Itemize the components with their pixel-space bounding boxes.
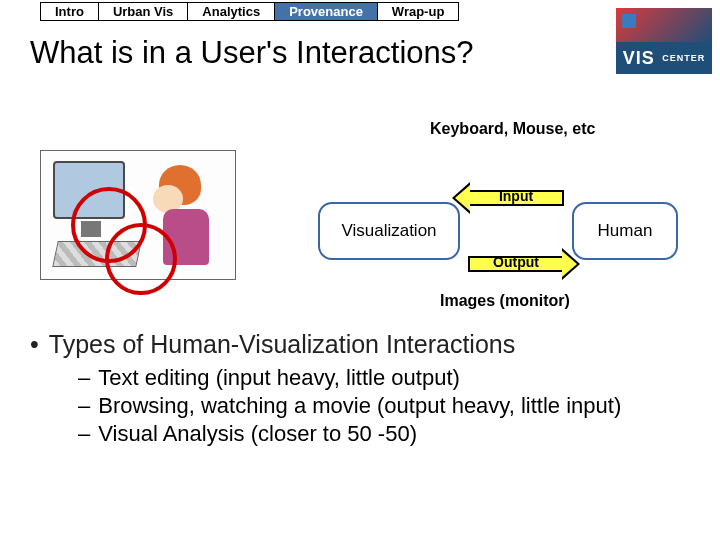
tab-provenance[interactable]: Provenance <box>274 2 378 21</box>
label-keyboard-mouse: Keyboard, Mouse, etc <box>430 120 595 138</box>
bullet-list: •Types of Human-Visualization Interactio… <box>30 330 690 449</box>
bullet-sub: –Browsing, watching a movie (output heav… <box>78 393 690 419</box>
tab-intro[interactable]: Intro <box>40 2 99 21</box>
bullet-main: •Types of Human-Visualization Interactio… <box>30 330 690 359</box>
user-illustration <box>40 150 236 280</box>
label-images-monitor: Images (monitor) <box>440 292 570 310</box>
vis-center-logo: VIS CENTER <box>616 8 712 78</box>
arrow-input-label: Input <box>456 188 576 204</box>
box-human: Human <box>572 202 678 260</box>
box-visualization: Visualization <box>318 202 460 260</box>
bullet-sub: –Visual Analysis (closer to 50 -50) <box>78 421 690 447</box>
tab-analytics[interactable]: Analytics <box>187 2 275 21</box>
highlight-circle-icon <box>105 223 177 295</box>
logo-text: VIS CENTER <box>616 42 712 74</box>
arrow-output-label: Output <box>456 254 576 270</box>
logo-graphic-icon <box>616 8 712 42</box>
bullet-sub: –Text editing (input heavy, little outpu… <box>78 365 690 391</box>
arrow-input: Input <box>456 182 576 214</box>
interaction-diagram: Keyboard, Mouse, etc Visualization Human… <box>40 120 680 320</box>
arrow-output: Output <box>456 248 576 280</box>
bullet-main-text: Types of Human-Visualization Interaction… <box>49 330 515 358</box>
tab-urban-vis[interactable]: Urban Vis <box>98 2 188 21</box>
tab-wrap-up[interactable]: Wrap-up <box>377 2 459 21</box>
